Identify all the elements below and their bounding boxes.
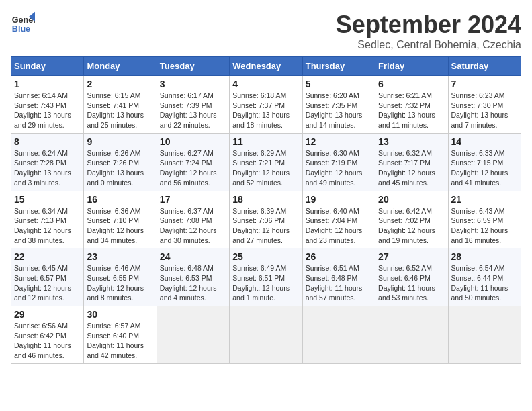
col-header-thursday: Thursday — [302, 57, 375, 76]
day-info: Sunrise: 6:17 AM Sunset: 7:39 PM Dayligh… — [160, 91, 226, 130]
day-cell: 19Sunrise: 6:40 AM Sunset: 7:04 PM Dayli… — [302, 191, 375, 248]
day-info: Sunrise: 6:39 AM Sunset: 7:06 PM Dayligh… — [232, 206, 299, 246]
day-info: Sunrise: 6:54 AM Sunset: 6:44 PM Dayligh… — [451, 263, 518, 303]
col-header-saturday: Saturday — [448, 57, 521, 76]
day-number: 23 — [87, 251, 153, 262]
col-header-sunday: Sunday — [11, 57, 84, 76]
day-info: Sunrise: 6:40 AM Sunset: 7:04 PM Dayligh… — [306, 206, 372, 246]
day-info: Sunrise: 6:52 AM Sunset: 6:46 PM Dayligh… — [378, 263, 445, 303]
day-cell: 25Sunrise: 6:49 AM Sunset: 6:51 PM Dayli… — [230, 248, 302, 306]
day-info: Sunrise: 6:21 AM Sunset: 7:32 PM Dayligh… — [378, 91, 445, 130]
day-cell — [375, 306, 448, 364]
page-header: General Blue September 2024 Sedlec, Cent… — [11, 11, 521, 51]
day-cell: 14Sunrise: 6:33 AM Sunset: 7:15 PM Dayli… — [448, 133, 521, 191]
day-info: Sunrise: 6:29 AM Sunset: 7:21 PM Dayligh… — [232, 148, 299, 188]
day-cell — [230, 306, 302, 364]
day-cell: 30Sunrise: 6:57 AM Sunset: 6:40 PM Dayli… — [84, 306, 157, 364]
day-number: 20 — [378, 194, 445, 205]
calendar-table: SundayMondayTuesdayWednesdayThursdayFrid… — [11, 56, 521, 364]
day-info: Sunrise: 6:49 AM Sunset: 6:51 PM Dayligh… — [232, 263, 299, 303]
day-number: 15 — [14, 194, 81, 205]
day-cell — [157, 306, 229, 364]
day-cell: 1Sunrise: 6:14 AM Sunset: 7:43 PM Daylig… — [11, 76, 84, 134]
day-cell: 16Sunrise: 6:36 AM Sunset: 7:10 PM Dayli… — [84, 191, 157, 248]
day-info: Sunrise: 6:51 AM Sunset: 6:48 PM Dayligh… — [306, 263, 372, 303]
day-number: 12 — [306, 136, 372, 147]
day-cell: 5Sunrise: 6:20 AM Sunset: 7:35 PM Daylig… — [302, 76, 375, 134]
day-info: Sunrise: 6:15 AM Sunset: 7:41 PM Dayligh… — [87, 91, 153, 130]
day-info: Sunrise: 6:48 AM Sunset: 6:53 PM Dayligh… — [160, 263, 226, 303]
day-number: 10 — [160, 136, 226, 147]
day-info: Sunrise: 6:20 AM Sunset: 7:35 PM Dayligh… — [306, 91, 372, 130]
day-cell: 28Sunrise: 6:54 AM Sunset: 6:44 PM Dayli… — [448, 248, 521, 306]
day-info: Sunrise: 6:30 AM Sunset: 7:19 PM Dayligh… — [306, 148, 372, 188]
location-title: Sedlec, Central Bohemia, Czechia — [336, 39, 521, 51]
day-cell: 7Sunrise: 6:23 AM Sunset: 7:30 PM Daylig… — [448, 76, 521, 134]
day-info: Sunrise: 6:43 AM Sunset: 6:59 PM Dayligh… — [451, 206, 518, 246]
day-number: 14 — [451, 136, 518, 147]
day-info: Sunrise: 6:37 AM Sunset: 7:08 PM Dayligh… — [160, 206, 226, 246]
col-header-wednesday: Wednesday — [230, 57, 302, 76]
day-number: 16 — [87, 194, 153, 205]
week-row-1: 1Sunrise: 6:14 AM Sunset: 7:43 PM Daylig… — [11, 76, 521, 134]
day-number: 18 — [232, 194, 299, 205]
day-number: 30 — [87, 309, 153, 320]
svg-text:Blue: Blue — [12, 24, 30, 34]
month-title: September 2024 — [336, 11, 521, 39]
day-number: 26 — [306, 251, 372, 262]
day-info: Sunrise: 6:32 AM Sunset: 7:17 PM Dayligh… — [378, 148, 445, 188]
col-header-monday: Monday — [84, 57, 157, 76]
day-number: 29 — [14, 309, 81, 320]
header-row: SundayMondayTuesdayWednesdayThursdayFrid… — [11, 57, 521, 76]
day-cell: 4Sunrise: 6:18 AM Sunset: 7:37 PM Daylig… — [230, 76, 302, 134]
day-info: Sunrise: 6:24 AM Sunset: 7:28 PM Dayligh… — [14, 148, 81, 188]
day-number: 3 — [160, 79, 226, 89]
day-number: 5 — [306, 79, 372, 89]
day-number: 22 — [14, 251, 81, 262]
day-cell — [302, 306, 375, 364]
day-number: 24 — [160, 251, 226, 262]
day-info: Sunrise: 6:33 AM Sunset: 7:15 PM Dayligh… — [451, 148, 518, 188]
day-cell: 11Sunrise: 6:29 AM Sunset: 7:21 PM Dayli… — [230, 133, 302, 191]
day-cell: 15Sunrise: 6:34 AM Sunset: 7:13 PM Dayli… — [11, 191, 84, 248]
day-info: Sunrise: 6:14 AM Sunset: 7:43 PM Dayligh… — [14, 91, 81, 130]
day-number: 17 — [160, 194, 226, 205]
day-number: 11 — [232, 136, 299, 147]
day-cell: 20Sunrise: 6:42 AM Sunset: 7:02 PM Dayli… — [375, 191, 448, 248]
day-cell: 21Sunrise: 6:43 AM Sunset: 6:59 PM Dayli… — [448, 191, 521, 248]
day-info: Sunrise: 6:57 AM Sunset: 6:40 PM Dayligh… — [87, 321, 153, 361]
day-info: Sunrise: 6:46 AM Sunset: 6:55 PM Dayligh… — [87, 263, 153, 303]
day-cell: 26Sunrise: 6:51 AM Sunset: 6:48 PM Dayli… — [302, 248, 375, 306]
day-number: 21 — [451, 194, 518, 205]
day-cell: 17Sunrise: 6:37 AM Sunset: 7:08 PM Dayli… — [157, 191, 229, 248]
day-number: 27 — [378, 251, 445, 262]
day-cell: 6Sunrise: 6:21 AM Sunset: 7:32 PM Daylig… — [375, 76, 448, 134]
day-number: 2 — [87, 79, 153, 89]
day-info: Sunrise: 6:23 AM Sunset: 7:30 PM Dayligh… — [451, 91, 518, 130]
day-number: 7 — [451, 79, 518, 89]
day-info: Sunrise: 6:18 AM Sunset: 7:37 PM Dayligh… — [232, 91, 299, 130]
day-number: 19 — [306, 194, 372, 205]
day-cell: 22Sunrise: 6:45 AM Sunset: 6:57 PM Dayli… — [11, 248, 84, 306]
day-cell: 29Sunrise: 6:56 AM Sunset: 6:42 PM Dayli… — [11, 306, 84, 364]
day-cell: 9Sunrise: 6:26 AM Sunset: 7:26 PM Daylig… — [84, 133, 157, 191]
day-number: 1 — [14, 79, 81, 89]
day-number: 9 — [87, 136, 153, 147]
day-number: 28 — [451, 251, 518, 262]
week-row-5: 29Sunrise: 6:56 AM Sunset: 6:42 PM Dayli… — [11, 306, 521, 364]
day-cell: 24Sunrise: 6:48 AM Sunset: 6:53 PM Dayli… — [157, 248, 229, 306]
day-cell: 13Sunrise: 6:32 AM Sunset: 7:17 PM Dayli… — [375, 133, 448, 191]
day-number: 13 — [378, 136, 445, 147]
day-number: 6 — [378, 79, 445, 89]
day-info: Sunrise: 6:56 AM Sunset: 6:42 PM Dayligh… — [14, 321, 81, 361]
week-row-3: 15Sunrise: 6:34 AM Sunset: 7:13 PM Dayli… — [11, 191, 521, 248]
week-row-4: 22Sunrise: 6:45 AM Sunset: 6:57 PM Dayli… — [11, 248, 521, 306]
day-cell: 23Sunrise: 6:46 AM Sunset: 6:55 PM Dayli… — [84, 248, 157, 306]
logo: General Blue — [11, 11, 35, 35]
day-number: 4 — [232, 79, 299, 89]
day-info: Sunrise: 6:42 AM Sunset: 7:02 PM Dayligh… — [378, 206, 445, 246]
day-cell: 12Sunrise: 6:30 AM Sunset: 7:19 PM Dayli… — [302, 133, 375, 191]
day-info: Sunrise: 6:27 AM Sunset: 7:24 PM Dayligh… — [160, 148, 226, 188]
day-cell: 10Sunrise: 6:27 AM Sunset: 7:24 PM Dayli… — [157, 133, 229, 191]
col-header-friday: Friday — [375, 57, 448, 76]
